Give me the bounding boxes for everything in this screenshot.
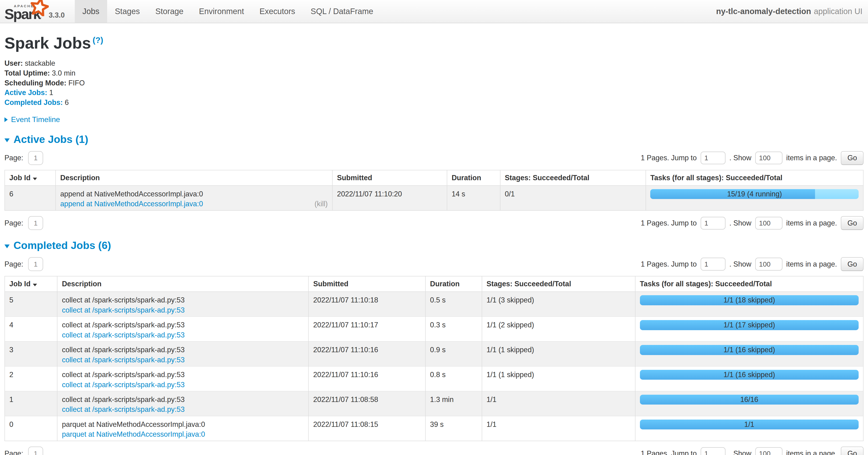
scheduling-mode-value: FIFO xyxy=(68,79,85,87)
go-button[interactable]: Go xyxy=(841,151,864,165)
event-timeline-toggle[interactable]: Event Timeline xyxy=(4,115,864,124)
pagination-completed-top: Page: 1 Pages. Jump to . Show items in a… xyxy=(4,257,864,271)
job-detail-link[interactable]: collect at /spark-scripts/spark-ad.py:53 xyxy=(62,380,304,390)
submitted-cell: 2022/11/07 11:08:58 xyxy=(308,391,425,416)
page-label: Page: xyxy=(4,154,23,162)
go-button[interactable]: Go xyxy=(841,216,864,230)
collapse-icon xyxy=(4,245,10,248)
summary-scheduling-mode: Scheduling Mode: FIFO xyxy=(4,78,864,88)
header-stages[interactable]: Stages: Succeeded/Total xyxy=(482,276,635,292)
spark-logo-area: APACHE Spark ™ 3.3.0 xyxy=(0,0,70,23)
stages-cell: 1/1 xyxy=(482,416,635,441)
job-detail-link[interactable]: collect at /spark-scripts/spark-ad.py:53 xyxy=(62,305,304,315)
page-size-input[interactable] xyxy=(755,151,782,164)
tab-stages[interactable]: Stages xyxy=(107,0,148,23)
show-text: . Show xyxy=(730,154,751,162)
active-jobs-section-header[interactable]: Active Jobs (1) xyxy=(4,133,864,145)
header-job-id[interactable]: Job Id xyxy=(5,170,56,186)
tab-sql-dataframe[interactable]: SQL / DataFrame xyxy=(303,0,381,23)
duration-cell: 0.9 s xyxy=(426,341,482,366)
tasks-cell: 15/19 (4 running) xyxy=(646,186,864,210)
jump-to-input[interactable] xyxy=(701,258,725,270)
completed-jobs-link[interactable]: Completed Jobs: xyxy=(4,98,63,107)
page-title: Spark Jobs(?) xyxy=(4,34,864,52)
job-id-cell: 4 xyxy=(5,317,57,341)
pages-jump-text: 1 Pages. Jump to xyxy=(641,154,696,162)
spark-star-icon xyxy=(30,0,49,16)
tasks-cell: 1/1 xyxy=(635,416,863,441)
header-tasks[interactable]: Tasks (for all stages): Succeeded/Total xyxy=(646,170,864,186)
header-job-id[interactable]: Job Id xyxy=(5,276,57,292)
page-number-input[interactable] xyxy=(28,151,43,165)
table-row: 1 collect at /spark-scripts/spark-ad.py:… xyxy=(5,391,863,416)
jump-to-input[interactable] xyxy=(701,447,725,455)
job-description: collect at /spark-scripts/spark-ad.py:53 xyxy=(62,296,185,304)
header-submitted[interactable]: Submitted xyxy=(332,170,447,186)
header-duration[interactable]: Duration xyxy=(447,170,500,186)
tab-environment[interactable]: Environment xyxy=(191,0,252,23)
header-duration[interactable]: Duration xyxy=(426,276,482,292)
scheduling-mode-label: Scheduling Mode: xyxy=(4,79,66,87)
job-id-cell: 1 xyxy=(5,391,57,416)
progress-label: 1/1 (18 skipped) xyxy=(640,295,859,305)
duration-cell: 1.3 min xyxy=(426,391,482,416)
uptime-value: 3.0 min xyxy=(52,69,75,77)
active-jobs-table: Job Id Description Submitted Duration St… xyxy=(4,170,864,211)
jump-to-input[interactable] xyxy=(701,151,725,164)
job-detail-link[interactable]: append at NativeMethodAccessorImpl.java:… xyxy=(60,199,328,209)
tasks-cell: 1/1 (17 skipped) xyxy=(635,317,863,341)
trademark-symbol: ™ xyxy=(39,17,41,20)
job-detail-link[interactable]: collect at /spark-scripts/spark-ad.py:53 xyxy=(62,330,304,340)
jump-to-input[interactable] xyxy=(701,217,725,229)
user-label: User: xyxy=(4,59,23,67)
stages-cell: 1/1 (1 skipped) xyxy=(482,366,635,391)
job-description: collect at /spark-scripts/spark-ad.py:53 xyxy=(62,371,185,379)
header-submitted[interactable]: Submitted xyxy=(308,276,425,292)
description-cell: append at NativeMethodAccessorImpl.java:… xyxy=(56,186,332,210)
active-jobs-link[interactable]: Active Jobs: xyxy=(4,88,47,97)
tasks-cell: 16/16 xyxy=(635,391,863,416)
tasks-progress-bar: 1/1 (16 skipped) xyxy=(640,370,859,380)
page-size-input[interactable] xyxy=(755,258,782,270)
progress-label: 15/19 (4 running) xyxy=(650,189,859,199)
application-name: ny-tlc-anomaly-detection xyxy=(716,7,811,16)
page-number-input[interactable] xyxy=(28,447,43,455)
table-row: 0 parquet at NativeMethodAccessorImpl.ja… xyxy=(5,416,863,441)
job-description: collect at /spark-scripts/spark-ad.py:53 xyxy=(62,346,185,354)
header-description[interactable]: Description xyxy=(57,276,308,292)
header-description[interactable]: Description xyxy=(56,170,332,186)
tab-jobs[interactable]: Jobs xyxy=(75,0,107,23)
table-row: 6 append at NativeMethodAccessorImpl.jav… xyxy=(5,186,863,210)
duration-cell: 14 s xyxy=(447,186,500,210)
kill-link[interactable]: (kill) xyxy=(315,199,328,209)
summary-uptime: Total Uptime: 3.0 min xyxy=(4,68,864,78)
header-stages[interactable]: Stages: Succeeded/Total xyxy=(500,170,646,186)
progress-label: 1/1 xyxy=(640,420,859,430)
header-tasks[interactable]: Tasks (for all stages): Succeeded/Total xyxy=(635,276,863,292)
page-number-input[interactable] xyxy=(28,257,43,271)
job-detail-link[interactable]: collect at /spark-scripts/spark-ad.py:53 xyxy=(62,404,304,415)
help-link[interactable]: (?) xyxy=(93,35,103,45)
items-text: items in a page. xyxy=(786,260,837,268)
go-button[interactable]: Go xyxy=(841,447,864,455)
duration-cell: 0.8 s xyxy=(426,366,482,391)
tasks-cell: 1/1 (18 skipped) xyxy=(635,292,863,317)
page-number-input[interactable] xyxy=(28,216,43,230)
tab-executors[interactable]: Executors xyxy=(252,0,303,23)
stages-cell: 0/1 xyxy=(500,186,646,210)
go-button[interactable]: Go xyxy=(841,257,864,271)
tab-storage[interactable]: Storage xyxy=(148,0,191,23)
completed-jobs-section-header[interactable]: Completed Jobs (6) xyxy=(4,239,864,252)
summary-user: User: stackable xyxy=(4,58,864,68)
pagination-completed-bottom: Page: 1 Pages. Jump to . Show items in a… xyxy=(4,447,864,455)
completed-jobs-count: 6 xyxy=(65,98,69,107)
job-detail-link[interactable]: collect at /spark-scripts/spark-ad.py:53 xyxy=(62,355,304,365)
job-id-cell: 3 xyxy=(5,341,57,366)
stages-cell: 1/1 (2 skipped) xyxy=(482,317,635,341)
pagination-active-top: Page: 1 Pages. Jump to . Show items in a… xyxy=(4,151,864,165)
description-cell: collect at /spark-scripts/spark-ad.py:53… xyxy=(57,366,308,391)
stages-cell: 1/1 xyxy=(482,391,635,416)
page-size-input[interactable] xyxy=(755,447,782,455)
page-size-input[interactable] xyxy=(755,217,782,229)
job-detail-link[interactable]: parquet at NativeMethodAccessorImpl.java… xyxy=(62,429,304,439)
